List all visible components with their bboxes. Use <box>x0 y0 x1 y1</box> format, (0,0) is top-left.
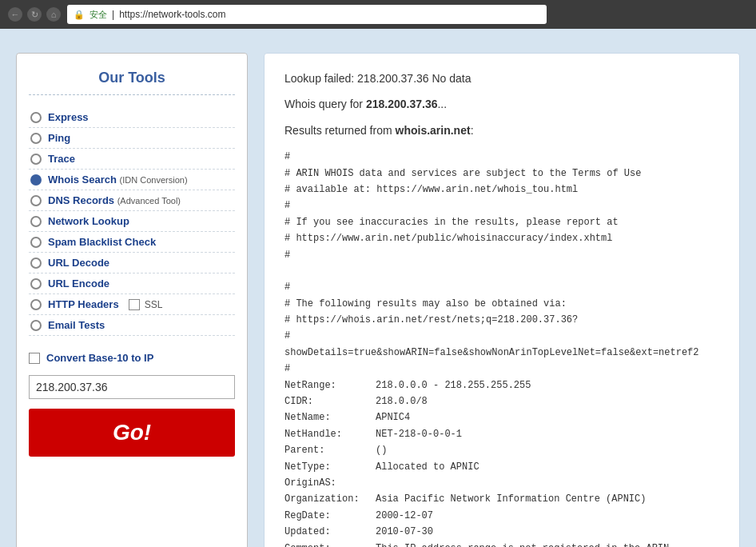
results-source: whois.arin.net <box>396 124 471 137</box>
email-tests-link[interactable]: Email Tests <box>48 319 105 331</box>
sidebar-item-dns[interactable]: DNS Records (Advanced Tool) <box>29 190 235 211</box>
spam-link[interactable]: Spam Blacklist Check <box>48 236 156 248</box>
browser-chrome: ← ↻ ⌂ 🔒 安全 | https://network-tools.com <box>0 0 756 29</box>
ssl-checkbox[interactable] <box>129 299 140 310</box>
security-label: 安全 <box>90 9 107 21</box>
back-button[interactable]: ← <box>8 7 22 22</box>
ping-link[interactable]: Ping <box>48 132 70 144</box>
express-link[interactable]: Express <box>48 111 89 123</box>
sidebar-item-network-lookup[interactable]: Network Lookup <box>29 211 235 232</box>
field-netname: NetName: APNIC4 <box>284 409 719 425</box>
url-text: https://network-tools.com <box>119 9 225 20</box>
browser-controls: ← ↻ ⌂ <box>8 7 61 22</box>
sidebar-item-express[interactable]: Express <box>29 107 235 128</box>
lookup-failed: Lookup failed: 218.200.37.36 No data <box>284 70 719 87</box>
url-encode-radio[interactable] <box>30 278 42 289</box>
url-encode-link[interactable]: URL Encode <box>48 277 109 289</box>
field-nettype: NetType: Allocated to APNIC <box>284 459 719 475</box>
lock-icon: 🔒 <box>74 10 85 20</box>
main-content: Lookup failed: 218.200.37.36 No data Who… <box>264 53 740 547</box>
field-table: NetRange: 218.0.0.0 - 218.255.255.255 CI… <box>284 377 719 547</box>
forward-button[interactable]: ↻ <box>27 7 42 22</box>
sidebar-title: Our Tools <box>29 70 235 95</box>
dns-link[interactable]: DNS Records (Advanced Tool) <box>48 194 181 206</box>
field-updated: Updated: 2010-07-30 <box>284 524 719 540</box>
whois-ip: 218.200.37.36 <box>366 98 438 110</box>
express-radio[interactable] <box>30 112 42 123</box>
field-regdate: RegDate: 2000-12-07 <box>284 508 719 524</box>
field-organization: Organization: Asia Pacific Network Infor… <box>284 491 719 507</box>
whois-query: Whois query for 218.200.37.36... <box>284 95 719 113</box>
ping-radio[interactable] <box>30 133 42 144</box>
convert-checkbox[interactable] <box>29 353 40 364</box>
field-originas: OriginAS: <box>284 475 719 491</box>
results-from: Results returned from whois.arin.net: <box>284 122 719 139</box>
trace-link[interactable]: Trace <box>48 153 75 165</box>
field-nethandle: NetHandle: NET-218-0-0-0-1 <box>284 426 719 442</box>
network-lookup-radio[interactable] <box>30 216 42 227</box>
trace-radio[interactable] <box>30 154 42 165</box>
whois-radio[interactable] <box>30 174 42 186</box>
whois-comments: # # ARIN WHOIS data and services are sub… <box>284 149 719 377</box>
sidebar-item-url-encode[interactable]: URL Encode <box>29 274 235 294</box>
go-button[interactable]: Go! <box>29 409 235 457</box>
sidebar-item-url-decode[interactable]: URL Decode <box>29 253 235 274</box>
sidebar: Our Tools Express Ping Trace Whois Searc… <box>16 53 248 547</box>
sidebar-item-trace[interactable]: Trace <box>29 149 235 170</box>
http-headers-link[interactable]: HTTP Headers <box>48 298 119 310</box>
sidebar-item-http-headers[interactable]: HTTP Headers SSL <box>29 294 235 315</box>
page-content: Our Tools Express Ping Trace Whois Searc… <box>0 29 756 547</box>
convert-row: Convert Base-10 to IP <box>29 347 235 369</box>
url-decode-link[interactable]: URL Decode <box>48 257 109 269</box>
url-decode-radio[interactable] <box>30 258 42 269</box>
whois-link[interactable]: Whois Search (IDN Conversion) <box>48 174 188 186</box>
sidebar-item-spam[interactable]: Spam Blacklist Check <box>29 232 235 253</box>
ssl-option: SSL <box>129 299 163 310</box>
sidebar-item-email-tests[interactable]: Email Tests <box>29 315 235 336</box>
field-netrange: NetRange: 218.0.0.0 - 218.255.255.255 <box>284 377 719 393</box>
address-bar[interactable]: 🔒 安全 | https://network-tools.com <box>67 5 547 24</box>
field-comment-1: Comment: This IP address range is not re… <box>284 541 719 547</box>
email-tests-radio[interactable] <box>30 320 42 331</box>
field-parent: Parent: () <box>284 442 719 458</box>
search-input[interactable] <box>29 375 235 399</box>
http-headers-radio[interactable] <box>30 299 42 310</box>
dns-radio[interactable] <box>30 195 42 206</box>
sidebar-item-whois[interactable]: Whois Search (IDN Conversion) <box>29 170 235 190</box>
ssl-label: SSL <box>145 299 163 310</box>
sidebar-item-ping[interactable]: Ping <box>29 128 235 149</box>
field-cidr: CIDR: 218.0.0/8 <box>284 393 719 409</box>
url-separator: | <box>112 9 114 20</box>
home-button[interactable]: ⌂ <box>46 7 61 22</box>
convert-label[interactable]: Convert Base-10 to IP <box>46 352 153 364</box>
network-lookup-link[interactable]: Network Lookup <box>48 215 129 227</box>
spam-radio[interactable] <box>30 237 42 248</box>
